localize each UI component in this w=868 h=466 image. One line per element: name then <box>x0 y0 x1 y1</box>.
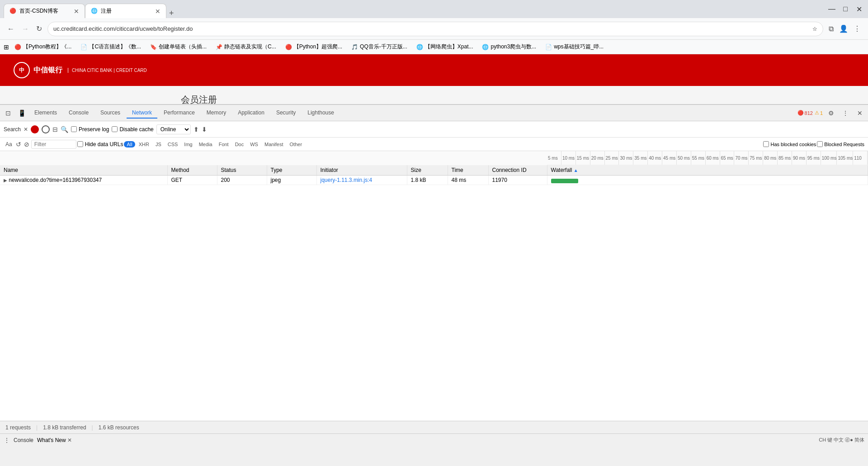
bottom-menu-icon[interactable]: ⋮ <box>4 437 10 444</box>
bookmark-c[interactable]: 📄 【C语言描述】《数... <box>77 42 145 52</box>
tab-performance[interactable]: Performance <box>158 108 200 119</box>
tab-register-favicon: 🌐 <box>91 8 98 15</box>
warn-badge: ⚠ 1 <box>815 110 823 116</box>
tab-register[interactable]: 🌐 注册 ✕ <box>85 4 166 18</box>
bookmark-qq[interactable]: 🎵 QQ音乐-千万正版... <box>348 42 411 52</box>
filter-manifest[interactable]: Manifest <box>262 141 286 147</box>
tab-security[interactable]: Security <box>271 108 301 119</box>
col-initiator[interactable]: Initiator <box>316 165 407 176</box>
bookmark-wps[interactable]: 📄 wps基础技巧篇_哔... <box>542 42 607 52</box>
row-expand-icon[interactable]: ▶ <box>4 178 7 183</box>
address-input-wrap[interactable]: uc.creditcard.ecitic.com/citiccard/ucweb… <box>47 22 823 36</box>
tab-memory[interactable]: Memory <box>201 108 231 119</box>
tab-csdn-close[interactable]: ✕ <box>74 8 79 15</box>
new-tab-button[interactable]: + <box>166 9 177 18</box>
bottom-right-info: CH 键 中文 ⓓ● 简体 <box>819 437 864 443</box>
filter-icon[interactable]: ⊟ <box>52 126 58 133</box>
devtools-panel: ⊡ 📱 Elements Console Sources Network Per… <box>0 104 868 433</box>
devtools-close-icon[interactable]: ✕ <box>854 107 866 119</box>
star-icon[interactable]: ☆ <box>812 26 817 32</box>
maximize-button[interactable]: □ <box>840 4 851 14</box>
filter-js[interactable]: JS <box>153 141 164 147</box>
filter-xhr[interactable]: XHR <box>136 141 152 147</box>
filter-css[interactable]: CSS <box>165 141 181 147</box>
initiator-link[interactable]: jquery-1.11.3.min.js:4 <box>321 177 373 183</box>
filter-row: Aa ↺ ⊘ Hide data URLs All XHR JS CSS Img… <box>0 138 868 151</box>
table-header-row: Name Method Status Type Initiator Size T… <box>0 165 868 176</box>
account-icon[interactable]: 👤 <box>837 23 850 35</box>
col-type[interactable]: Type <box>267 165 316 176</box>
whats-new-tab[interactable]: What's New ✕ <box>37 437 72 443</box>
record-button[interactable] <box>31 125 39 133</box>
has-blocked-cookies-checkbox[interactable] <box>763 141 769 147</box>
filter-doc[interactable]: Doc <box>232 141 247 147</box>
col-method[interactable]: Method <box>167 165 217 176</box>
bottom-console-tab[interactable]: Console <box>14 437 33 443</box>
tab-csdn[interactable]: 🔴 首页-CSDN博客 ✕ <box>4 4 85 18</box>
filter-font[interactable]: Font <box>216 141 231 147</box>
col-waterfall[interactable]: Waterfall ▲ <box>547 165 868 176</box>
blocked-requests-label[interactable]: Blocked Requests <box>817 141 864 147</box>
hide-data-urls-label[interactable]: Hide data URLs <box>77 141 123 147</box>
network-table: 5 ms10 ms15 ms20 ms25 ms30 ms35 ms40 ms4… <box>0 151 868 185</box>
col-status[interactable]: Status <box>217 165 267 176</box>
preserve-log-label[interactable]: Preserve log <box>71 126 109 133</box>
table-row[interactable]: ▶ newvalicode.do?time=1613967930347 GET … <box>0 176 868 185</box>
tab-application[interactable]: Application <box>232 108 270 119</box>
filter-other[interactable]: Other <box>287 141 305 147</box>
tab-lighthouse[interactable]: Lighthouse <box>302 108 340 119</box>
col-size[interactable]: Size <box>407 165 448 176</box>
tab-console[interactable]: Console <box>63 108 94 119</box>
close-window-button[interactable]: ✕ <box>854 4 864 14</box>
col-time[interactable]: Time <box>448 165 488 176</box>
filter-img[interactable]: Img <box>181 141 195 147</box>
minimize-button[interactable]: — <box>826 4 837 14</box>
preserve-log-checkbox[interactable] <box>71 126 77 132</box>
regex-case-button[interactable]: Aa <box>4 141 14 148</box>
bank-header: 中 中信银行 CHINA CITIC BANK | CREDIT CARD <box>0 54 868 86</box>
throttle-select[interactable]: Online Fast 3G Slow 3G Offline <box>156 124 191 134</box>
refresh-filter-button[interactable]: ↺ <box>15 141 22 148</box>
bookmark-python3[interactable]: 🌐 python3爬虫与数... <box>478 42 540 52</box>
col-name[interactable]: Name <box>0 165 167 176</box>
tab-network[interactable]: Network <box>127 108 157 119</box>
bookmark-spider[interactable]: 🌐 【网络爬虫】Xpat... <box>413 42 477 52</box>
filter-media[interactable]: Media <box>196 141 215 147</box>
menu-icon[interactable]: ⋮ <box>852 23 863 35</box>
disable-cache-checkbox[interactable] <box>112 126 118 132</box>
clear-filter-button[interactable]: ⊘ <box>23 141 30 148</box>
element-picker-icon[interactable]: ⊡ <box>2 107 14 119</box>
tab-elements[interactable]: Elements <box>29 108 62 119</box>
disable-cache-label[interactable]: Disable cache <box>112 126 153 133</box>
bookmark-python2[interactable]: 🔴 【Python】超强爬... <box>282 42 346 52</box>
search-close-button[interactable]: ✕ <box>24 126 28 133</box>
hide-data-urls-checkbox[interactable] <box>77 141 83 147</box>
export-har-button[interactable]: ⬇ <box>202 126 207 133</box>
apps-icon[interactable]: ⊞ <box>4 43 9 51</box>
tab-csdn-title: 首页-CSDN博客 <box>19 7 71 15</box>
filter-input[interactable] <box>31 140 76 149</box>
website-content: 中 中信银行 CHINA CITIC BANK | CREDIT CARD 会员… <box>0 54 868 104</box>
col-connection[interactable]: Connection ID <box>488 165 547 176</box>
bookmark-list[interactable]: 🔖 创建单链表（头插... <box>146 42 210 52</box>
tab-sources[interactable]: Sources <box>95 108 126 119</box>
extensions-icon[interactable]: ⧉ <box>827 23 835 35</box>
filter-all[interactable]: All <box>124 141 135 147</box>
devtools-more-icon[interactable]: ⋮ <box>839 107 852 119</box>
clear-log-button[interactable] <box>42 125 50 133</box>
has-blocked-cookies-label[interactable]: Has blocked cookies <box>763 141 816 147</box>
bookmark-python[interactable]: 🔴 【Python教程】《... <box>11 42 75 52</box>
device-toolbar-icon[interactable]: 📱 <box>15 107 28 119</box>
back-button[interactable]: ← <box>5 23 16 35</box>
import-har-button[interactable]: ⬆ <box>193 126 199 133</box>
devtools-settings-icon[interactable]: ⚙ <box>825 107 837 119</box>
search-magnify-icon[interactable]: 🔍 <box>61 126 68 133</box>
reload-button[interactable]: ↻ <box>34 23 44 35</box>
tab-register-close[interactable]: ✕ <box>155 8 160 15</box>
forward-button[interactable]: → <box>20 23 31 35</box>
network-table-wrap[interactable]: 5 ms10 ms15 ms20 ms25 ms30 ms35 ms40 ms4… <box>0 151 868 421</box>
whats-new-close[interactable]: ✕ <box>67 437 72 443</box>
filter-ws[interactable]: WS <box>247 141 261 147</box>
blocked-requests-checkbox[interactable] <box>817 141 823 147</box>
bookmark-static[interactable]: 📌 静态链表及实现（C... <box>212 42 280 52</box>
